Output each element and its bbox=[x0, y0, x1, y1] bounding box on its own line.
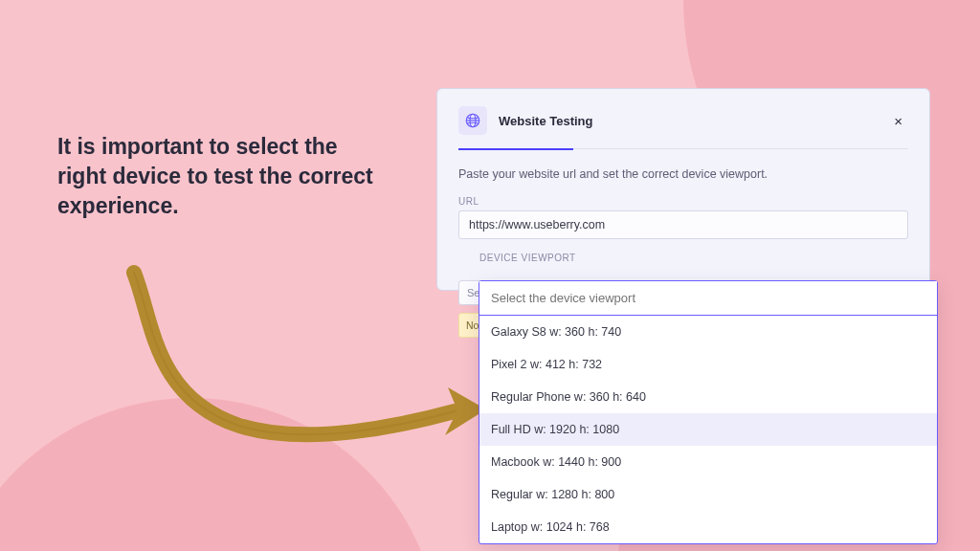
stage: It is important to select the right devi… bbox=[0, 0, 980, 551]
panel-body: Paste your website url and set the corre… bbox=[458, 150, 908, 263]
headline-text: It is important to select the right devi… bbox=[57, 132, 383, 221]
dropdown-placeholder-input[interactable] bbox=[479, 281, 937, 316]
panel-header: Website Testing × bbox=[458, 106, 908, 149]
viewport-label: DEVICE VIEWPORT bbox=[479, 253, 908, 263]
dropdown-option[interactable]: Regular Phone w: 360 h: 640 bbox=[479, 381, 937, 413]
dropdown-option[interactable]: Laptop w: 1024 h: 768 bbox=[479, 511, 937, 543]
website-testing-panel: Website Testing × Paste your website url… bbox=[436, 88, 930, 291]
globe-icon bbox=[458, 106, 487, 135]
url-label: URL bbox=[458, 196, 908, 207]
dropdown-option[interactable]: Pixel 2 w: 412 h: 732 bbox=[479, 348, 937, 381]
url-input[interactable] bbox=[458, 210, 908, 239]
device-viewport-dropdown[interactable]: Galaxy S8 w: 360 h: 740 Pixel 2 w: 412 h… bbox=[479, 280, 938, 544]
dropdown-option[interactable]: Regular w: 1280 h: 800 bbox=[479, 478, 937, 511]
dropdown-option[interactable]: Galaxy S8 w: 360 h: 740 bbox=[479, 316, 937, 348]
panel-title: Website Testing bbox=[499, 114, 877, 128]
close-button[interactable]: × bbox=[888, 109, 908, 133]
dropdown-option[interactable]: Macbook w: 1440 h: 900 bbox=[479, 446, 937, 478]
panel-description: Paste your website url and set the corre… bbox=[458, 167, 908, 181]
dropdown-list: Galaxy S8 w: 360 h: 740 Pixel 2 w: 412 h… bbox=[479, 316, 937, 543]
bg-shape bbox=[0, 398, 440, 551]
dropdown-option[interactable]: Full HD w: 1920 h: 1080 bbox=[479, 413, 937, 446]
